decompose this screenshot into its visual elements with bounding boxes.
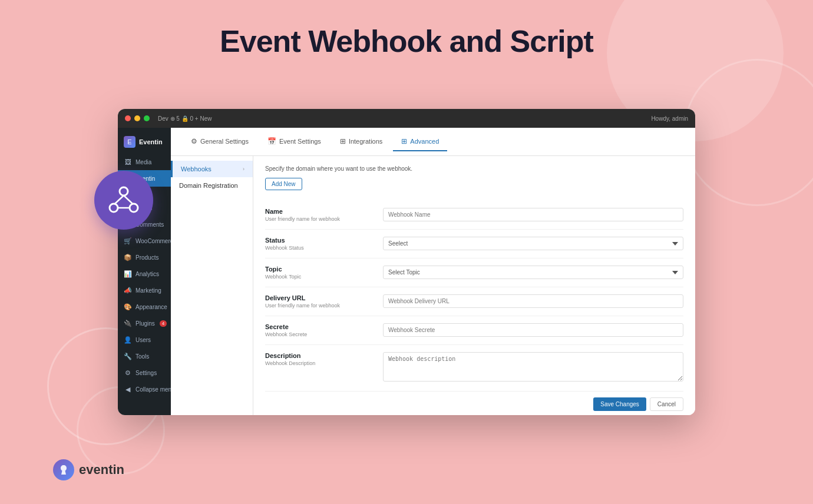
collapse-icon: ◀ bbox=[124, 385, 132, 393]
status-label-col: Status Webhook Status bbox=[265, 237, 383, 251]
status-control-col: Seelect Active Inactive bbox=[383, 237, 683, 250]
delivery-url-label-col: Delivery URL User friendly name for webh… bbox=[265, 294, 383, 309]
bottom-branding: eventin bbox=[53, 459, 124, 480]
woocommerce-icon: 🛒 bbox=[124, 237, 132, 245]
sidebar-logo-text: Eventin bbox=[139, 138, 163, 145]
sidebar-item-appearance[interactable]: 🎨 Appearance bbox=[118, 299, 171, 315]
description-textarea[interactable] bbox=[383, 352, 683, 382]
sidebar-item-plugins[interactable]: 🔌 Plugins 4 bbox=[118, 315, 171, 331]
secrete-sublabel: Webhook Secrete bbox=[265, 331, 383, 337]
bottom-brand-text: eventin bbox=[79, 462, 124, 478]
wp-main: ⚙ General Settings 📅 Event Settings ⊞ In… bbox=[171, 128, 695, 415]
name-control-col bbox=[383, 208, 683, 221]
marketing-icon: 📣 bbox=[124, 286, 132, 294]
browser-minimize-dot[interactable] bbox=[134, 115, 140, 121]
browser-bar-left-text: Dev ⊕ 5 🔒 0 + New bbox=[158, 115, 211, 122]
sidebar-item-plugins-label: Plugins bbox=[136, 320, 155, 327]
save-changes-button[interactable]: Save Changes bbox=[593, 397, 646, 411]
tab-integrations[interactable]: ⊞ Integrations bbox=[332, 132, 391, 151]
browser-maximize-dot[interactable] bbox=[144, 115, 150, 121]
browser-window: Dev ⊕ 5 🔒 0 + New Howdy, admin E Eventin… bbox=[118, 109, 695, 415]
name-sublabel: User friendly name for webhook bbox=[265, 216, 383, 222]
secrete-input[interactable] bbox=[383, 323, 683, 337]
right-panel: Specify the domain where you want to use… bbox=[253, 156, 695, 415]
eventin-badge bbox=[94, 171, 153, 230]
topic-select[interactable]: Select Topic Order Created Order Updated bbox=[383, 266, 683, 279]
delivery-url-input[interactable] bbox=[383, 294, 683, 308]
plugins-badge: 4 bbox=[160, 320, 167, 327]
left-panel-item-webhooks[interactable]: Webhooks › bbox=[171, 161, 253, 177]
form-row-description: Description Webhook Description bbox=[265, 345, 683, 392]
form-row-delivery-url: Delivery URL User friendly name for webh… bbox=[265, 287, 683, 316]
sidebar-item-products[interactable]: 📦 Products bbox=[118, 249, 171, 266]
browser-bar-right-text: Howdy, admin bbox=[651, 115, 688, 122]
page-title: Event Webhook and Script bbox=[0, 0, 813, 77]
sidebar-item-collapse[interactable]: ◀ Collapse menu bbox=[118, 381, 171, 397]
bg-decoration-4 bbox=[683, 59, 813, 206]
media-icon: 🖼 bbox=[124, 158, 132, 166]
webhooks-label: Webhooks bbox=[181, 165, 211, 173]
plugins-icon: 🔌 bbox=[124, 319, 132, 327]
sidebar-item-settings-label: Settings bbox=[136, 370, 157, 376]
name-input[interactable] bbox=[383, 208, 683, 221]
tab-integrations-label: Integrations bbox=[349, 138, 382, 145]
svg-point-0 bbox=[120, 187, 128, 195]
eventin-logo-svg bbox=[58, 464, 70, 476]
name-label-col: Name User friendly name for webhook bbox=[265, 208, 383, 222]
sidebar-item-collapse-label: Collapse menu bbox=[136, 386, 171, 393]
form-footer: Save Changes Cancel bbox=[265, 392, 683, 413]
tools-icon: 🔧 bbox=[124, 352, 132, 360]
left-panel-item-domain-registration[interactable]: Domain Registration bbox=[171, 177, 253, 194]
secrete-control-col bbox=[383, 323, 683, 337]
sidebar-item-woocommerce[interactable]: 🛒 WooCommerce bbox=[118, 233, 171, 249]
sidebar-item-users[interactable]: 👤 Users bbox=[118, 331, 171, 348]
delivery-url-label: Delivery URL bbox=[265, 294, 383, 301]
delivery-url-sublabel: User friendly name for webhook bbox=[265, 303, 383, 309]
users-icon: 👤 bbox=[124, 336, 132, 344]
sidebar-item-tools[interactable]: 🔧 Tools bbox=[118, 348, 171, 364]
advanced-icon: ⊞ bbox=[401, 137, 407, 145]
sidebar-item-marketing-label: Marketing bbox=[136, 287, 161, 294]
topic-label: Topic bbox=[265, 266, 383, 273]
sidebar-item-appearance-label: Appearance bbox=[136, 304, 167, 310]
sidebar-item-settings[interactable]: ⚙ Settings bbox=[118, 364, 171, 381]
analytics-icon: 📊 bbox=[124, 270, 132, 278]
sidebar-item-marketing[interactable]: 📣 Marketing bbox=[118, 282, 171, 299]
sidebar-item-woocommerce-label: WooCommerce bbox=[136, 238, 171, 244]
sidebar-item-media[interactable]: 🖼 Media bbox=[118, 154, 171, 170]
event-settings-icon: 📅 bbox=[267, 137, 276, 145]
form-row-topic: Topic Webhook Topic Select Topic Order C… bbox=[265, 258, 683, 287]
status-select[interactable]: Seelect Active Inactive bbox=[383, 237, 683, 250]
svg-point-2 bbox=[130, 204, 138, 212]
secrete-label: Secrete bbox=[265, 323, 383, 330]
form-row-secrete: Secrete Webhook Secrete bbox=[265, 316, 683, 345]
description-label-col: Description Webhook Description bbox=[265, 352, 383, 366]
form-row-status: Status Webhook Status Seelect Active Ina… bbox=[265, 230, 683, 258]
tab-event-settings[interactable]: 📅 Event Settings bbox=[259, 132, 329, 151]
status-label: Status bbox=[265, 237, 383, 244]
sidebar-logo: E Eventin bbox=[118, 132, 171, 151]
sidebar-item-products-label: Products bbox=[136, 254, 158, 261]
tab-general-settings[interactable]: ⚙ General Settings bbox=[183, 132, 257, 151]
description-label: Description bbox=[265, 352, 383, 359]
add-new-button[interactable]: Add New bbox=[265, 178, 302, 190]
tab-event-settings-label: Event Settings bbox=[279, 138, 321, 145]
webhook-icon bbox=[108, 184, 140, 216]
delivery-url-control-col bbox=[383, 294, 683, 308]
wp-layout: E Eventin 🖼 Media E Eventin Get Help 📄 P… bbox=[118, 128, 695, 415]
description-sublabel: Webhook Description bbox=[265, 360, 383, 366]
tab-advanced[interactable]: ⊞ Advanced bbox=[393, 132, 447, 151]
domain-registration-label: Domain Registration bbox=[179, 182, 238, 189]
products-icon: 📦 bbox=[124, 253, 132, 261]
topic-label-col: Topic Webhook Topic bbox=[265, 266, 383, 280]
topic-sublabel: Webhook Topic bbox=[265, 274, 383, 280]
svg-point-1 bbox=[110, 204, 118, 212]
content-area: Webhooks › Domain Registration Specify t… bbox=[171, 156, 695, 415]
cancel-button[interactable]: Cancel bbox=[650, 397, 683, 411]
topic-control-col: Select Topic Order Created Order Updated bbox=[383, 266, 683, 279]
left-panel: Webhooks › Domain Registration bbox=[171, 156, 253, 415]
sidebar-item-analytics[interactable]: 📊 Analytics bbox=[118, 266, 171, 282]
webhook-description: Specify the domain where you want to use… bbox=[265, 165, 683, 172]
tab-general-settings-label: General Settings bbox=[200, 138, 249, 145]
browser-close-dot[interactable] bbox=[125, 115, 131, 121]
